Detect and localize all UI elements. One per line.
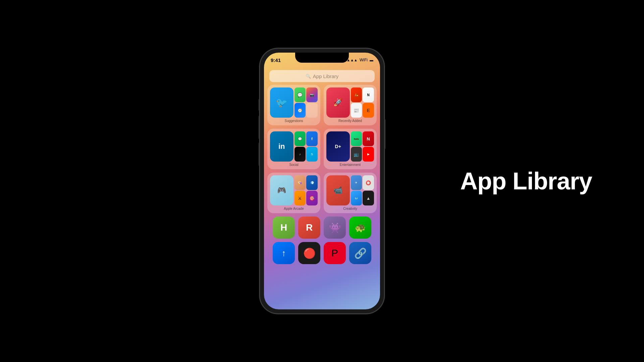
app-library-label: App Library [460, 167, 592, 195]
suggestions-small: 💬 📷 🧭 [294, 87, 318, 118]
netflix-small-icon[interactable]: N [363, 131, 374, 146]
circle-small-icon[interactable]: ⭕ [363, 175, 374, 190]
volume-up-button [259, 116, 260, 139]
status-icons: ▲▲▲ WiFi ▬ [346, 58, 373, 62]
app-grid: 🐦 💬 📷 🧭 Suggestions [267, 85, 377, 306]
black-app-icon[interactable]: 🔴 [298, 242, 320, 264]
entertainment-small: hulu N 📺 ▶ [351, 131, 374, 162]
creativity-label: Creativity [326, 207, 374, 210]
entertainment-folder[interactable]: D+ hulu N 📺 ▶ Entertainment [324, 129, 377, 169]
social-grid: in 💬 f ♪ S [270, 131, 318, 162]
apple-arcade-grid: 🎮 👒 💨 ⚔ 🎯 [270, 175, 318, 205]
recently-added-folder[interactable]: 🚀 🛵 N 📰 E Recently Added [324, 85, 377, 125]
arrow-icon[interactable]: ↑ [273, 242, 295, 264]
skype-small-icon[interactable]: S [306, 147, 318, 162]
row-3: 🎮 👒 💨 ⚔ 🎯 Apple Arcade [267, 173, 377, 213]
doordash-small-icon[interactable]: 🛵 [351, 87, 362, 102]
reeder-icon[interactable]: R [298, 217, 320, 239]
iphone-screen: 9:41 ▲▲▲ WiFi ▬ 🔍 App Library [264, 53, 380, 309]
iphone-frame: 9:41 ▲▲▲ WiFi ▬ 🔍 App Library [260, 49, 384, 313]
creativity-grid: 📹 ✈ ⭕ Lr ▲ [326, 175, 374, 205]
safari-small-icon[interactable]: 🧭 [294, 103, 306, 118]
bottom-row-2: ↑ 🔴 P 🔗 [267, 242, 377, 264]
twitter-icon[interactable]: 🐦 [270, 87, 293, 118]
app1-small-icon[interactable]: 📰 [351, 103, 362, 118]
lr-small-icon[interactable]: Lr [351, 191, 362, 205]
pocket-icon[interactable]: 🚀 [326, 87, 350, 118]
suggestions-grid: 🐦 💬 📷 🧭 [270, 87, 318, 118]
game4-small-icon[interactable]: 🎯 [306, 191, 318, 205]
game3-small-icon[interactable]: ⚔ [294, 191, 306, 205]
entertainment-grid: D+ hulu N 📺 ▶ [326, 131, 374, 162]
game1-icon[interactable]: 🎮 [270, 175, 293, 205]
youtube-small-icon[interactable]: ▶ [363, 147, 374, 162]
more-small-icon[interactable] [306, 103, 318, 118]
app2-small-icon[interactable]: E [363, 103, 374, 118]
volume-down-button [259, 142, 260, 166]
instagram-small-icon[interactable]: 📷 [306, 87, 318, 102]
creativity-folder[interactable]: 📹 ✈ ⭕ Lr ▲ Creativity [324, 173, 377, 213]
recently-added-label: Recently Added [326, 119, 374, 123]
social-label: Social [270, 163, 318, 167]
recently-small: 🛵 N 📰 E [351, 87, 374, 118]
disney-icon[interactable]: D+ [326, 131, 350, 162]
robinhood-icon[interactable]: 🐢 [349, 217, 371, 239]
battery-icon: ▬ [370, 58, 373, 62]
status-time: 9:41 [271, 57, 281, 63]
testflight-small-icon[interactable]: ✈ [351, 175, 362, 190]
arcade-small: 👒 💨 ⚔ 🎯 [294, 175, 318, 205]
apple-arcade-label: Apple Arcade [270, 207, 318, 210]
wechat-small-icon[interactable]: 💬 [294, 131, 306, 146]
sonic-small-icon[interactable]: 💨 [306, 175, 318, 190]
alien-icon[interactable]: 👾 [324, 217, 346, 239]
iphone-body: 9:41 ▲▲▲ WiFi ▬ 🔍 App Library [260, 49, 384, 313]
bottom-row-1: H R 👾 🐢 [267, 217, 377, 239]
pinterest-icon[interactable]: P [324, 242, 346, 264]
creativity-small: ✈ ⭕ Lr ▲ [351, 175, 374, 205]
row-2: in 💬 f ♪ S Social [267, 129, 377, 169]
linkedin-icon[interactable]: in [270, 131, 293, 162]
recently-added-grid: 🚀 🛵 N 📰 E [326, 87, 374, 118]
suggestions-label: Suggestions [270, 119, 318, 123]
power-button [384, 119, 385, 149]
mute-button [259, 99, 260, 111]
suggestions-folder[interactable]: 🐦 💬 📷 🧭 Suggestions [267, 85, 320, 125]
messages-small-icon[interactable]: 💬 [294, 87, 306, 102]
row-1: 🐦 💬 📷 🧭 Suggestions [267, 85, 377, 125]
game2-small-icon[interactable]: 👒 [294, 175, 306, 190]
hulu-small-icon[interactable]: hulu [351, 131, 362, 146]
wifi-icon: WiFi [360, 58, 368, 62]
darkroom-small-icon[interactable]: ▲ [363, 191, 374, 205]
apple-arcade-folder[interactable]: 🎮 👒 💨 ⚔ 🎯 Apple Arcade [267, 173, 320, 213]
screenie-icon[interactable]: 📹 [326, 175, 350, 205]
search-icon: 🔍 [306, 74, 311, 79]
search-placeholder: App Library [313, 73, 339, 79]
entertainment-label: Entertainment [326, 163, 374, 167]
facebook-small-icon[interactable]: f [306, 131, 318, 146]
tiktok-small-icon[interactable]: ♪ [294, 147, 306, 162]
nyt-small-icon[interactable]: N [363, 87, 374, 102]
link-icon[interactable]: 🔗 [349, 242, 371, 264]
houzz-icon[interactable]: H [273, 217, 295, 239]
social-small: 💬 f ♪ S [294, 131, 318, 162]
tv-small-icon[interactable]: 📺 [351, 147, 362, 162]
notch [295, 53, 349, 63]
search-bar[interactable]: 🔍 App Library [269, 70, 375, 82]
social-folder[interactable]: in 💬 f ♪ S Social [267, 129, 320, 169]
